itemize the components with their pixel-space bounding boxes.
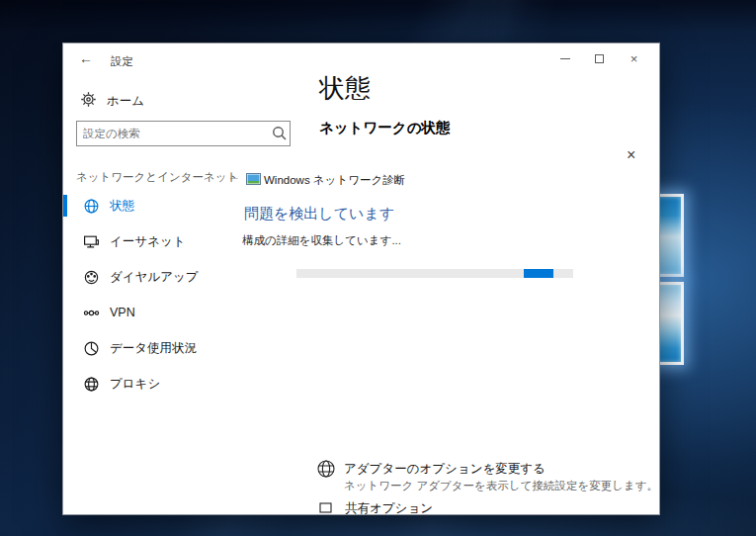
caption-buttons: × xyxy=(547,44,651,73)
sharing-options-icon xyxy=(319,502,333,515)
adapter-options-icon xyxy=(315,458,337,480)
ethernet-icon xyxy=(83,233,100,250)
close-button[interactable]: × xyxy=(617,44,651,73)
sidebar-item-vpn[interactable]: VPN xyxy=(63,295,291,330)
diagnostics-status-detail: 構成の詳細を収集しています... xyxy=(242,233,401,248)
diagnostics-status-heading: 問題を検出しています xyxy=(244,205,394,223)
vpn-icon xyxy=(83,305,100,321)
titlebar-back-icon[interactable]: ← xyxy=(79,50,93,66)
progress-bar xyxy=(296,269,573,278)
sidebar-item-label: VPN xyxy=(110,306,135,319)
sidebar-item-data-usage[interactable]: データ使用状況 xyxy=(63,330,291,366)
network-status-icon xyxy=(83,198,100,215)
maximize-button[interactable] xyxy=(582,44,617,73)
sidebar-item-label: プロキシ xyxy=(110,376,160,393)
sidebar-item-dialup[interactable]: ダイヤルアップ xyxy=(63,259,291,295)
page-title: 状態 xyxy=(319,71,371,106)
search-icon[interactable] xyxy=(270,124,290,143)
sidebar-item-home[interactable]: ホーム xyxy=(107,93,144,110)
minimize-button[interactable] xyxy=(547,44,582,73)
sidebar-item-label: イーサネット xyxy=(110,233,185,250)
search-input[interactable] xyxy=(77,128,270,139)
desktop-wallpaper: ← 設定 × ホーム ネットワークとインターネット xyxy=(0,0,756,536)
sidebar-item-label: データ使用状況 xyxy=(110,340,197,357)
diagnostics-title: Windows ネットワーク診断 xyxy=(264,173,405,188)
window-title: 設定 xyxy=(111,54,133,69)
sidebar-item-label: ダイヤルアップ xyxy=(110,269,199,286)
settings-search-box[interactable] xyxy=(76,121,291,146)
gear-icon xyxy=(80,91,97,108)
network-status-subtitle: ネットワークの状態 xyxy=(319,119,451,137)
minimize-icon xyxy=(560,58,570,59)
data-usage-icon xyxy=(83,340,100,357)
sidebar-item-label: 状態 xyxy=(110,198,134,215)
sidebar-item-proxy[interactable]: プロキシ xyxy=(63,366,291,402)
progress-chunk xyxy=(524,269,554,278)
change-adapter-options-description: ネットワーク アダプターを表示して接続設定を変更します。 xyxy=(344,479,658,493)
network-diagnostics-app-icon xyxy=(246,173,261,185)
change-adapter-options-link[interactable]: アダプターのオプションを変更する xyxy=(344,461,546,478)
maximize-icon xyxy=(595,54,604,63)
sidebar-section-label: ネットワークとインターネット xyxy=(76,170,238,185)
diagnostics-close-icon[interactable]: × xyxy=(627,146,635,164)
sharing-options-link[interactable]: 共有オプション xyxy=(345,500,433,515)
proxy-icon xyxy=(83,376,100,393)
settings-window: ← 設定 × ホーム ネットワークとインターネット xyxy=(62,43,660,515)
close-icon: × xyxy=(630,52,638,65)
dialup-icon xyxy=(83,269,100,286)
diagnostics-back-icon[interactable]: ← xyxy=(227,169,240,184)
